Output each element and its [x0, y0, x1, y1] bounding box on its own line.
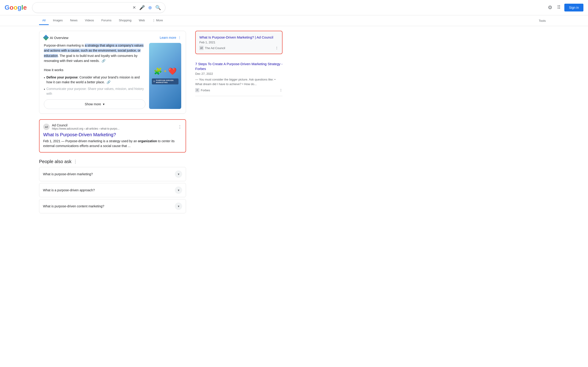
settings-button[interactable]: ⚙	[547, 4, 553, 11]
main-content: AI Overview Learn more ⋮ Purpose-driven …	[0, 26, 321, 220]
paa-question-2: What is a purpose-driven approach?	[43, 188, 95, 192]
paa-chevron-3: ▾	[175, 202, 182, 210]
nav-item-forums[interactable]: Forums	[98, 16, 115, 25]
citation-link-icon[interactable]: 🔗	[102, 59, 105, 63]
nav-item-shopping[interactable]: Shopping	[115, 16, 135, 25]
right-card-1-source-info: ad The Ad Council	[199, 46, 225, 50]
ai-overview-body: Purpose-driven marketing is a strategy t…	[44, 43, 181, 109]
ai-image-box: 🧩 + ❤️ = PURPOSE-DRIVEN MARKETING	[149, 43, 181, 109]
how-it-works-title: How it works	[44, 67, 145, 73]
show-more-button[interactable]: Show more ▾	[44, 99, 145, 109]
chevron-down-icon-3: ▾	[178, 204, 179, 208]
more-vert-icon: ⋮	[178, 36, 181, 40]
search-button[interactable]: 🔍	[155, 4, 162, 11]
nav-item-news[interactable]: News	[67, 16, 81, 25]
nav-item-all[interactable]: All	[39, 16, 49, 25]
chevron-down-icon-1: ▾	[178, 172, 179, 176]
bullet-text-2-faded: Communicate your purpose: Share your val…	[46, 86, 145, 96]
paa-item-3[interactable]: What is purpose-driven content marketing…	[39, 199, 186, 213]
how-it-works-section: How it works • Define your purpose: Cons…	[44, 67, 145, 96]
paa-question-1: What is purpose-driven marketing?	[43, 172, 93, 176]
right-card-1-favicon-text: ad	[200, 47, 203, 49]
bullet-link-icon[interactable]: 🔗	[107, 80, 111, 84]
favicon-text: ad	[45, 125, 48, 128]
chevron-down-icon-2: ▾	[178, 188, 179, 192]
result-snippet: Feb 1, 2021 — Purpose-driven marketing i…	[43, 139, 182, 148]
chevron-down-icon: ▾	[103, 102, 104, 106]
bullet-dot-1: •	[44, 75, 45, 85]
nav-item-images[interactable]: Images	[50, 16, 66, 25]
right-card-2-favicon-text: F	[197, 89, 198, 91]
nav-item-more[interactable]: ⋮ More	[149, 16, 166, 25]
ai-diamond-icon	[43, 35, 49, 40]
ai-overview-header: AI Overview Learn more ⋮	[44, 35, 181, 40]
equals-icon: =	[153, 80, 155, 83]
snippet-date: Feb 1, 2021	[43, 139, 61, 143]
right-card-2-source-row: F Forbes ⋮	[195, 88, 283, 92]
clear-button[interactable]: ✕	[132, 5, 137, 10]
right-card-2-source-name: Forbes	[201, 89, 210, 92]
right-card-1-date: Feb 1, 2021	[199, 41, 278, 44]
snippet-text-1: — Purpose-driven marketing is a strategy…	[61, 139, 138, 143]
paa-chevron-1: ▾	[175, 170, 182, 178]
plus-icon: +	[164, 69, 166, 74]
right-card-1-title: What Is Purpose-Driven Marketing? | Ad C…	[199, 35, 278, 40]
ai-learn-more[interactable]: Learn more ⋮	[160, 36, 181, 40]
main-search-result: ad Ad Council https://www.adcouncil.org …	[39, 119, 186, 152]
ai-overview-text: Purpose-driven marketing is a strategy t…	[44, 43, 145, 109]
result-url: https://www.adcouncil.org › all-articles…	[52, 127, 175, 130]
right-card-1[interactable]: What Is Purpose-Driven Marketing? | Ad C…	[195, 31, 283, 54]
result-site-name: Ad Council	[52, 123, 175, 127]
search-nav: All Images News Videos Forums Shopping W…	[0, 15, 588, 26]
bullet-dot-2: •	[44, 87, 45, 96]
sign-in-button[interactable]: Sign in	[564, 4, 583, 11]
tools-button[interactable]: Tools	[536, 17, 549, 25]
voice-search-button[interactable]: 🎤	[139, 4, 145, 11]
result-menu-icon[interactable]: ⋮	[178, 124, 182, 129]
image-label-box: = PURPOSE-DRIVEN MARKETING	[152, 78, 179, 84]
learn-more-label: Learn more	[160, 36, 176, 40]
right-card-1-source-name: The Ad Council	[205, 46, 225, 50]
lens-icon: ⊕	[148, 5, 152, 10]
header-right: ⚙ ⠿ Sign in	[547, 4, 583, 11]
result-source-info: Ad Council https://www.adcouncil.org › a…	[52, 123, 175, 130]
cloud-puzzle-icon: 🧩	[154, 67, 162, 75]
nav-item-videos[interactable]: Videos	[82, 16, 97, 25]
result-favicon: ad	[43, 124, 50, 130]
lens-search-button[interactable]: ⊕	[148, 4, 153, 11]
paa-chevron-2: ▾	[175, 186, 182, 194]
paa-menu-icon[interactable]: ⋮	[73, 159, 78, 164]
nav-item-web[interactable]: Web	[136, 16, 148, 25]
result-title-link[interactable]: What Is Purpose-Driven Marketing?	[43, 132, 182, 137]
left-column: AI Overview Learn more ⋮ Purpose-driven …	[39, 31, 186, 215]
ai-overview-title: AI Overview	[50, 36, 69, 40]
right-column: What Is Purpose-Driven Marketing? | Ad C…	[195, 31, 283, 215]
result-source-row: ad Ad Council https://www.adcouncil.org …	[43, 123, 182, 130]
right-card-1-menu-icon[interactable]: ⋮	[275, 46, 278, 50]
right-card-2-menu-icon[interactable]: ⋮	[279, 88, 283, 92]
ai-title-row: AI Overview	[44, 35, 69, 40]
paa-item-2[interactable]: What is a purpose-driven approach? ▾	[39, 183, 186, 197]
right-card-2-favicon: F	[195, 88, 199, 92]
right-card-1-favicon: ad	[199, 46, 204, 50]
apps-button[interactable]: ⠿	[556, 4, 562, 11]
people-also-ask-section: People also ask ⋮ What is purpose-driven…	[39, 159, 186, 213]
right-card-2-date: Dec 27, 2022	[195, 72, 283, 75]
search-bar: purpose driven marketing ✕ 🎤 ⊕ 🔍	[32, 2, 165, 13]
clear-icon: ✕	[132, 5, 136, 10]
paa-title: People also ask	[39, 159, 71, 164]
search-icon: 🔍	[155, 5, 161, 10]
gear-icon: ⚙	[548, 5, 552, 10]
right-card-2-title: 7 Steps To Create A Purpose-Driven Marke…	[195, 61, 283, 71]
bullet-item-1: • Define your purpose: Consider what you…	[44, 75, 145, 85]
ai-overview-panel: AI Overview Learn more ⋮ Purpose-driven …	[39, 31, 186, 114]
paa-item-1[interactable]: What is purpose-driven marketing? ▾	[39, 167, 186, 181]
right-card-2[interactable]: 7 Steps To Create A Purpose-Driven Marke…	[195, 58, 283, 96]
right-card-2-snippet: — You must consider the bigger picture. …	[195, 77, 283, 86]
google-logo[interactable]: Google	[5, 4, 27, 11]
bullet-item-2: • Communicate your purpose: Share your v…	[44, 86, 145, 96]
image-label-row: = PURPOSE-DRIVEN MARKETING	[153, 79, 177, 83]
search-input[interactable]: purpose driven marketing	[36, 6, 130, 10]
ai-desc-part2: . The goal is to build trust and loyalty…	[44, 54, 138, 63]
grid-icon: ⠿	[557, 5, 561, 10]
